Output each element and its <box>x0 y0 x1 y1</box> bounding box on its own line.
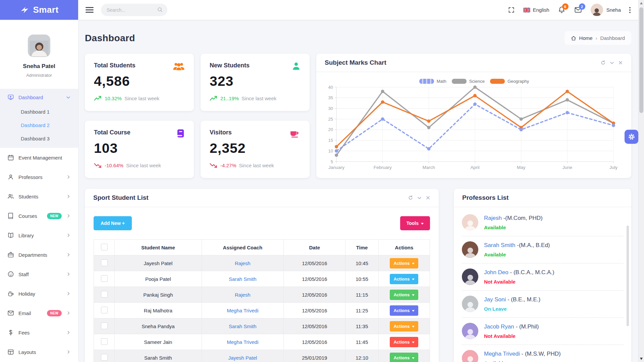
fullscreen-icon[interactable] <box>508 6 515 13</box>
actions-button[interactable]: Actions <box>390 290 418 300</box>
svg-text:March: March <box>423 165 435 170</box>
language-selector[interactable]: English <box>523 7 549 13</box>
close-icon[interactable] <box>426 195 430 200</box>
sidebar: Sneha Patel Administrator DashboardDashb… <box>0 20 78 362</box>
sidebar-subitem-dashboard-3[interactable]: Dashboard 3 <box>0 132 78 145</box>
avatar <box>462 350 478 362</box>
main-content: Dashboard Home › Dashboard Total Student… <box>78 20 639 362</box>
coach-link[interactable]: Rajesh <box>235 292 251 298</box>
sidebar-subitem-dashboard-1[interactable]: Dashboard 1 <box>0 105 78 118</box>
close-icon[interactable] <box>618 60 623 65</box>
row-checkbox[interactable] <box>101 259 108 266</box>
sidebar-item-label: Staff <box>18 272 62 277</box>
more-options-icon[interactable] <box>629 6 631 14</box>
sidebar-item-label: Event Management <box>18 155 71 161</box>
scroll-down-icon[interactable] <box>640 358 643 360</box>
sidebar-item-holiday[interactable]: Holiday <box>0 284 78 303</box>
professor-link[interactable]: Jay Soni <box>484 296 506 303</box>
sidebar-item-dashboard[interactable]: Dashboard <box>0 89 78 105</box>
tools-button[interactable]: Tools <box>400 216 430 230</box>
professor-degree: -(M.Com, PHD) <box>503 215 543 221</box>
select-all-checkbox[interactable] <box>101 244 108 250</box>
stat-title: Total Students <box>94 62 185 69</box>
table-row: Sneha PandyaSarah Smith12/05/201611:35Ac… <box>94 318 430 334</box>
sidebar-item-label: Library <box>18 233 62 238</box>
open-book-icon <box>7 232 14 239</box>
user-menu[interactable]: Sneha <box>591 4 621 16</box>
actions-button[interactable]: Actions <box>390 258 418 268</box>
sidebar-item-label: Dashboard <box>18 95 61 100</box>
legend-item-geography: Geography <box>490 79 529 84</box>
search-icon[interactable] <box>157 7 163 14</box>
collapse-icon[interactable] <box>417 195 422 200</box>
professor-link[interactable]: Jacob Ryan <box>484 323 514 330</box>
professor-list-item: John Deo - (B.C.A., M.C.A.)Not Available <box>462 263 623 291</box>
refresh-icon[interactable] <box>600 60 606 65</box>
column-header-student-name: Student Name <box>115 240 202 255</box>
professor-degree: - (B.E., M.E.) <box>507 296 540 303</box>
collapse-icon[interactable] <box>609 60 614 65</box>
coach-link[interactable]: Jayesh Patel <box>228 355 257 361</box>
actions-button[interactable]: Actions <box>390 337 418 347</box>
chevron-down-icon <box>66 95 71 100</box>
professor-link[interactable]: Rajesh <box>484 215 502 221</box>
profile-avatar[interactable] <box>28 35 50 57</box>
student-name-cell: Raj Malhotra <box>115 303 202 318</box>
sidebar-item-library[interactable]: Library <box>0 226 78 245</box>
coach-link[interactable]: Sarah Smith <box>229 276 257 282</box>
messages-button[interactable]: 2 <box>574 6 582 14</box>
calendar-icon <box>7 154 14 161</box>
sidebar-item-staff[interactable]: Staff <box>0 264 78 284</box>
brand-logo[interactable]: Smart <box>0 0 78 20</box>
notifications-button[interactable]: 6 <box>558 6 566 14</box>
row-checkbox[interactable] <box>101 338 108 345</box>
row-checkbox[interactable] <box>101 354 108 361</box>
sidebar-item-label: Email <box>18 310 43 316</box>
home-icon <box>571 36 576 41</box>
settings-fab[interactable] <box>625 130 638 144</box>
actions-button[interactable]: Actions <box>390 353 418 362</box>
date-cell: 12/05/2016 <box>284 334 345 350</box>
sidebar-item-departments[interactable]: Departments <box>0 245 78 264</box>
line-chart: 403530252015105JanuaryFebruaryMarchApril… <box>324 84 625 174</box>
sidebar-item-email[interactable]: EmailNEW <box>0 303 78 323</box>
breadcrumb-home[interactable]: Home <box>579 35 593 41</box>
sidebar-item-event-management[interactable]: Event Management <box>0 148 78 167</box>
row-checkbox[interactable] <box>101 322 108 329</box>
scroll-up-icon[interactable] <box>640 2 643 4</box>
page-scrollbar[interactable] <box>638 0 644 362</box>
menu-toggle-icon[interactable] <box>86 6 94 14</box>
sidebar-item-courses[interactable]: CoursesNEW <box>0 206 78 226</box>
inner-scrollbar-thumb[interactable] <box>627 226 629 326</box>
actions-button[interactable]: Actions <box>390 321 418 331</box>
scrollbar-thumb[interactable] <box>639 7 643 113</box>
row-checkbox[interactable] <box>101 291 108 298</box>
professor-link[interactable]: Megha Trivedi <box>484 351 520 357</box>
coach-link[interactable]: Sarah Smith <box>229 323 257 329</box>
refresh-icon[interactable] <box>408 195 413 200</box>
sidebar-item-layouts[interactable]: Layouts <box>0 342 78 362</box>
sidebar-item-fees[interactable]: Fees <box>0 323 78 342</box>
actions-button[interactable]: Actions <box>390 274 418 284</box>
legend-swatch <box>490 79 505 84</box>
sidebar-item-professors[interactable]: Professors <box>0 167 78 187</box>
chevron-right-icon <box>66 214 71 218</box>
row-checkbox[interactable] <box>101 307 108 313</box>
professor-link[interactable]: Sarah Smith <box>484 242 516 248</box>
add-new-button[interactable]: Add New + <box>94 216 132 230</box>
sidebar-subitem-dashboard-2[interactable]: Dashboard 2 <box>0 118 78 132</box>
stat-value: 4,586 <box>94 73 185 89</box>
actions-button[interactable]: Actions <box>390 305 418 316</box>
search-input[interactable] <box>101 4 151 16</box>
sidebar-item-students[interactable]: Students <box>0 187 78 206</box>
coach-link[interactable]: Megha Trivedi <box>227 308 258 313</box>
new-badge: NEW <box>47 310 62 316</box>
professor-degree: - (B.C.A., M.C.A.) <box>510 269 554 276</box>
sport-list-title: Sport Student List <box>93 194 149 201</box>
row-checkbox[interactable] <box>101 275 108 282</box>
status-text: On Leave <box>484 306 540 312</box>
coach-link[interactable]: Rajesh <box>235 260 251 266</box>
professor-link[interactable]: John Deo <box>484 269 508 276</box>
coach-link[interactable]: Megha Trivedi <box>227 339 258 345</box>
stat-title: Visitors <box>210 129 301 136</box>
